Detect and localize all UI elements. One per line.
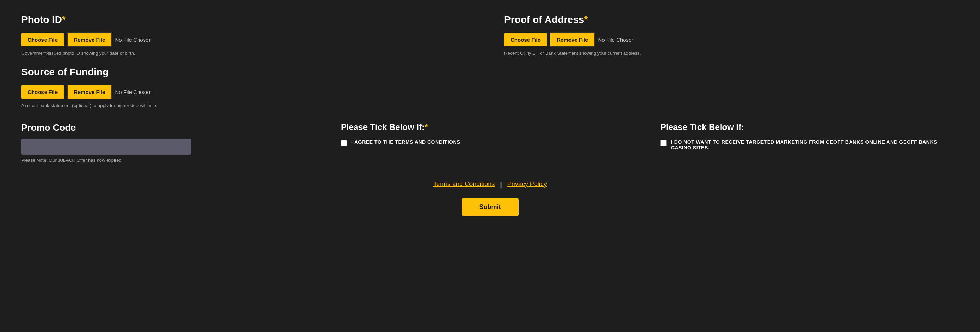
source-remove-button[interactable]: Remove File (67, 85, 112, 99)
proof-required-star: * (584, 14, 588, 25)
promo-input[interactable] (21, 139, 191, 155)
photo-id-title-text: Photo ID (21, 14, 62, 25)
submit-row: Submit (21, 199, 959, 216)
bottom-section: Promo Code Please Note: Our 30BACK Offer… (21, 122, 959, 163)
footer-links: Terms and Conditions || Privacy Policy (21, 180, 959, 188)
promo-title: Promo Code (21, 122, 320, 133)
promo-note: Please Note: Our 30BACK Offer has now ex… (21, 158, 320, 163)
footer-separator: || (499, 180, 503, 188)
tick-1-required-star: * (425, 122, 428, 132)
source-file-row: Choose File Remove File No File Chosen (21, 85, 476, 99)
tick-section-1: Please Tick Below If:* I AGREE TO THE TE… (334, 122, 646, 146)
proof-choose-button[interactable]: Choose File (504, 33, 547, 46)
source-no-file: No File Chosen (115, 89, 151, 95)
terms-checkbox-label: I AGREE TO THE TERMS AND CONDITIONS (352, 139, 460, 145)
proof-title-text: Proof of Address (504, 14, 584, 25)
proof-hint: Recent Utility Bill or Bank Statement sh… (504, 51, 959, 56)
tick-1-checkbox-row: I AGREE TO THE TERMS AND CONDITIONS (341, 139, 639, 146)
photo-id-choose-button[interactable]: Choose File (21, 33, 64, 46)
proof-file-row: Choose File Remove File No File Chosen (504, 33, 959, 47)
promo-section: Promo Code Please Note: Our 30BACK Offer… (21, 122, 334, 163)
terms-checkbox[interactable] (341, 140, 347, 146)
photo-id-title: Photo ID* (21, 14, 476, 25)
privacy-link[interactable]: Privacy Policy (508, 180, 547, 188)
photo-id-remove-button[interactable]: Remove File (67, 33, 112, 47)
proof-remove-button[interactable]: Remove File (550, 33, 595, 47)
proof-title: Proof of Address* (504, 14, 959, 25)
marketing-checkbox[interactable] (660, 140, 667, 146)
photo-id-section: Photo ID* Choose File Remove File No Fil… (21, 14, 490, 108)
tick-2-checkbox-row: I DO NOT WANT TO RECEIVE TARGETED MARKET… (660, 139, 959, 150)
source-of-funding-section: Source of Funding Choose File Remove Fil… (21, 66, 476, 108)
photo-id-required-star: * (62, 14, 66, 25)
source-title: Source of Funding (21, 66, 476, 78)
marketing-checkbox-label: I DO NOT WANT TO RECEIVE TARGETED MARKET… (671, 139, 959, 150)
terms-link[interactable]: Terms and Conditions (433, 180, 495, 188)
tick-1-title: Please Tick Below If:* (341, 122, 639, 132)
page-container: Photo ID* Choose File Remove File No Fil… (0, 0, 980, 230)
photo-id-no-file: No File Chosen (115, 37, 151, 43)
proof-no-file: No File Chosen (598, 37, 634, 43)
top-section: Photo ID* Choose File Remove File No Fil… (21, 14, 959, 108)
photo-id-hint: Government-issued photo ID showing your … (21, 51, 476, 56)
source-choose-button[interactable]: Choose File (21, 85, 64, 98)
submit-button[interactable]: Submit (462, 199, 519, 216)
source-hint: A recent bank statement (optional) to ap… (21, 103, 476, 108)
tick-1-title-text: Please Tick Below If: (341, 122, 425, 132)
tick-section-2: Please Tick Below If: I DO NOT WANT TO R… (646, 122, 959, 150)
photo-id-file-row: Choose File Remove File No File Chosen (21, 33, 476, 47)
tick-2-title: Please Tick Below If: (660, 122, 959, 132)
proof-of-address-section: Proof of Address* Choose File Remove Fil… (490, 14, 959, 108)
